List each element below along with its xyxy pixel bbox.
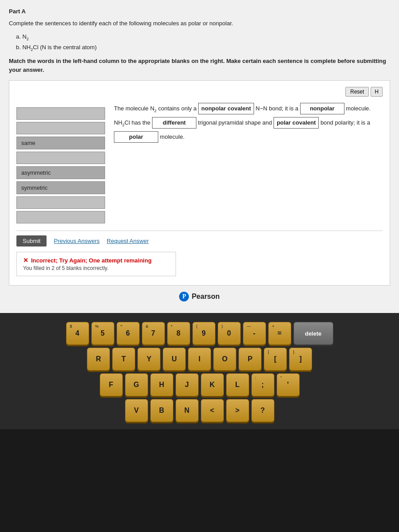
key-o[interactable]: O — [213, 348, 236, 371]
key-minus[interactable]: —- — [243, 322, 266, 345]
sentences-area: The molecule N2 contains only a nonpolar… — [114, 103, 383, 145]
error-subtitle: You filled in 2 of 5 blanks incorrectly. — [23, 265, 169, 271]
word-tile-6[interactable]: symmetric — [16, 181, 105, 194]
keyboard-row-3: F G H J K L :; "' — [4, 373, 395, 396]
key-rbracket[interactable]: }] — [289, 348, 312, 371]
x-icon: ✕ — [23, 257, 28, 264]
molecule-list: a. N2 b. NH2Cl (N is the central atom) — [16, 31, 390, 54]
reset-bar: Reset H — [16, 87, 383, 97]
key-greater[interactable]: > — [226, 399, 249, 422]
pearson-footer: P Pearson — [9, 286, 390, 306]
key-delete[interactable]: delete — [293, 322, 333, 345]
part-label: Part A — [9, 8, 390, 15]
key-t[interactable]: T — [112, 348, 135, 371]
divider — [16, 231, 383, 231]
key-lbracket[interactable]: {[ — [264, 348, 287, 371]
molecule-b: b. NH2Cl (N is the central atom) — [16, 42, 390, 53]
sentence-3: polar molecule. — [114, 131, 383, 143]
submit-button[interactable]: Submit — [16, 235, 47, 246]
keyboard-area: $4 %5 ^6 &7 *8 (9 )0 —- += delete R T Y … — [0, 313, 399, 429]
error-title: ✕ Incorrect; Try Again; One attempt rema… — [23, 257, 169, 264]
blank-nh2cl-final[interactable]: polar — [114, 131, 158, 143]
blank-nh2cl-shape[interactable]: different — [152, 117, 196, 129]
sentence-2-text: NH2Cl has the different trigonal pyramid… — [114, 119, 370, 126]
key-quote[interactable]: "' — [277, 373, 300, 396]
word-tile-2[interactable] — [16, 122, 105, 134]
key-semicolon[interactable]: :; — [251, 373, 274, 396]
key-y[interactable]: Y — [137, 348, 160, 371]
key-4[interactable]: $4 — [66, 322, 89, 345]
key-i[interactable]: I — [188, 348, 211, 371]
key-p[interactable]: P — [239, 348, 262, 371]
key-0[interactable]: )0 — [218, 322, 241, 345]
sentence-2: NH2Cl has the different trigonal pyramid… — [114, 117, 383, 129]
key-j[interactable]: J — [176, 373, 199, 396]
key-g[interactable]: G — [125, 373, 148, 396]
sentence-3-text: polar molecule. — [114, 133, 184, 140]
key-n[interactable]: N — [176, 399, 199, 422]
two-column-layout: same asymmetric symmetric The molecule N… — [16, 103, 383, 223]
blank-n2-bond-type[interactable]: nonpolar covalent — [198, 103, 254, 114]
sentence-1-text: The molecule N2 contains only a nonpolar… — [114, 105, 371, 112]
word-tile-3[interactable]: same — [16, 137, 105, 149]
key-b[interactable]: B — [150, 399, 173, 422]
word-bank: same asymmetric symmetric — [16, 103, 105, 223]
word-tile-8[interactable] — [16, 211, 105, 223]
pearson-brand: Pearson — [192, 293, 219, 301]
key-less[interactable]: < — [201, 399, 224, 422]
instructions: Complete the sentences to identify each … — [9, 19, 390, 28]
key-equals[interactable]: += — [268, 322, 291, 345]
hint-button[interactable]: H — [371, 87, 383, 97]
key-r[interactable]: R — [87, 348, 110, 371]
key-u[interactable]: U — [163, 348, 186, 371]
error-box: ✕ Incorrect; Try Again; One attempt rema… — [16, 252, 176, 276]
pearson-logo: P — [179, 292, 189, 301]
word-tile-4[interactable] — [16, 152, 105, 164]
request-answer-link[interactable]: Request Answer — [107, 238, 149, 244]
blank-nh2cl-bond[interactable]: polar covalent — [274, 117, 319, 129]
word-tile-1[interactable] — [16, 107, 105, 120]
match-instruction: Match the words in the left-hand column … — [9, 57, 390, 74]
keyboard-row-numbers: $4 %5 ^6 &7 *8 (9 )0 —- += delete — [4, 322, 395, 345]
word-tile-7[interactable] — [16, 196, 105, 209]
key-6[interactable]: ^6 — [117, 322, 140, 345]
exercise-box: Reset H same asymmetric symmetric The mo… — [9, 80, 390, 286]
key-v[interactable]: V — [125, 399, 148, 422]
key-8[interactable]: *8 — [167, 322, 190, 345]
keyboard-row-4: V B N < > ? — [4, 399, 395, 422]
blank-n2-polarity[interactable]: nonpolar — [300, 103, 344, 114]
sentence-1: The molecule N2 contains only a nonpolar… — [114, 103, 383, 114]
molecule-a: a. N2 — [16, 31, 390, 43]
action-bar: Submit Previous Answers Request Answer — [16, 235, 383, 246]
key-9[interactable]: (9 — [192, 322, 215, 345]
word-tile-5[interactable]: asymmetric — [16, 166, 105, 179]
key-5[interactable]: %5 — [91, 322, 114, 345]
key-f[interactable]: F — [100, 373, 123, 396]
key-h[interactable]: H — [150, 373, 173, 396]
previous-answers-link[interactable]: Previous Answers — [54, 238, 99, 244]
key-question[interactable]: ? — [251, 399, 274, 422]
keyboard-row-2: R T Y U I O P {[ }] — [4, 348, 395, 371]
key-k[interactable]: K — [201, 373, 224, 396]
reset-button[interactable]: Reset — [345, 87, 369, 97]
key-7[interactable]: &7 — [142, 322, 165, 345]
key-l[interactable]: L — [226, 373, 249, 396]
content-area: Part A Complete the sentences to identif… — [0, 0, 399, 313]
